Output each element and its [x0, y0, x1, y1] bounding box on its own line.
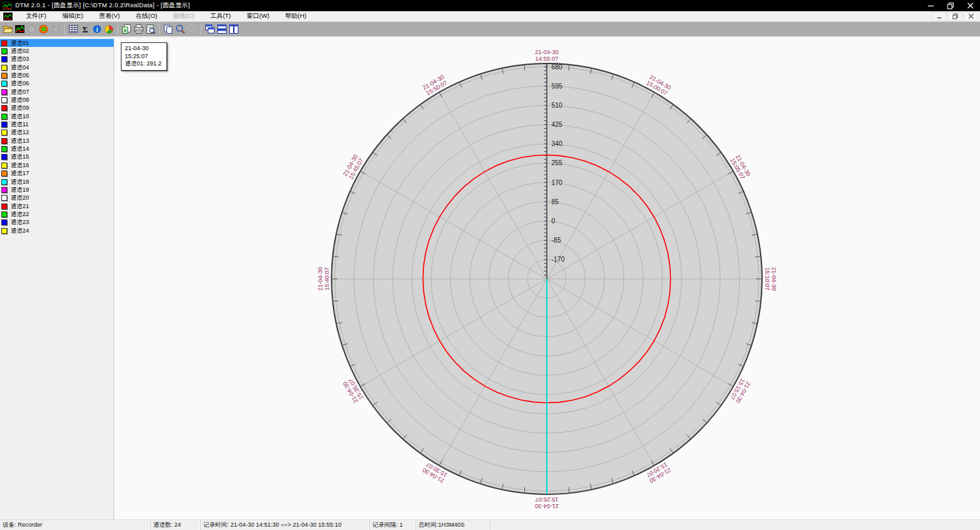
svg-text:-85: -85	[551, 237, 561, 244]
svg-text:X: X	[123, 28, 127, 34]
svg-text:255: 255	[551, 159, 563, 167]
channel-color-swatch	[1, 170, 7, 176]
channel-label: 通道09	[11, 104, 29, 112]
channel-item[interactable]: 通道16	[0, 161, 114, 169]
toolbar-separator	[159, 23, 160, 35]
print-preview-icon[interactable]	[145, 23, 157, 35]
menu-item[interactable]: 查看(V)	[91, 11, 128, 21]
data-table-icon[interactable]	[67, 23, 79, 35]
menu-item[interactable]: 帮助(H)	[277, 11, 314, 21]
cascade-windows-icon[interactable]	[204, 23, 216, 35]
statistics-sigma-icon[interactable]: Σ	[79, 23, 91, 35]
channel-color-swatch	[1, 195, 7, 201]
mdi-minimize-button[interactable]	[932, 12, 946, 21]
zoom-in-icon[interactable]	[174, 23, 186, 35]
export-excel-icon[interactable]: X	[121, 23, 133, 35]
polar-chart[interactable]: 680595510425340255170850-85-17021-04-301…	[114, 38, 980, 519]
status-section-empty	[490, 520, 980, 530]
main-content: 通道01通道02通道03通道04通道05通道06通道07通道08通道09通道10…	[0, 38, 980, 519]
channel-label: 通道18	[11, 178, 29, 186]
channel-item[interactable]: 通道21	[0, 202, 114, 210]
channel-item[interactable]: 通道01	[0, 39, 114, 47]
channel-color-swatch	[1, 56, 7, 62]
channel-color-swatch	[1, 65, 7, 71]
channel-label: 通道14	[11, 145, 29, 153]
channel-item[interactable]: 通道12	[0, 129, 114, 137]
channel-item[interactable]: 通道07	[0, 88, 114, 96]
channel-item[interactable]: 通道10	[0, 112, 114, 120]
channel-label: 通道23	[11, 218, 29, 227]
pie-chart-icon[interactable]	[103, 23, 115, 35]
channel-color-swatch	[1, 73, 7, 79]
menu-item[interactable]: 文件(F)	[18, 11, 54, 21]
channel-item[interactable]: 通道02	[0, 47, 114, 55]
channel-color-swatch	[1, 114, 7, 120]
menu-item[interactable]: 工具(T)	[202, 11, 238, 21]
channel-label: 通道19	[11, 186, 29, 194]
channel-label: 通道02	[11, 47, 29, 56]
channel-item[interactable]: 通道04	[0, 63, 114, 71]
channel-label: 通道04	[11, 63, 29, 72]
channel-color-swatch	[1, 228, 7, 234]
trend-view-icon[interactable]	[14, 23, 26, 35]
window-title: DTM 2.0.1 - [圆盘显示] [C:\DTM 2.0.2\RealDat…	[15, 1, 190, 10]
channel-item[interactable]: 通道03	[0, 56, 114, 63]
menu-item: 曲线(C)	[165, 11, 202, 21]
channel-item[interactable]: 通道11	[0, 120, 114, 128]
data-tooltip: 21-04-30 15:25:07 通道01: 291.2	[121, 42, 167, 71]
channel-label: 通道10	[11, 112, 29, 121]
svg-text:14:55:07: 14:55:07	[535, 56, 558, 62]
window-controls	[921, 0, 980, 11]
status-section: 通道数: 24	[151, 520, 201, 530]
channel-item[interactable]: 通道20	[0, 194, 114, 202]
channel-item[interactable]: 通道18	[0, 178, 114, 186]
channel-item[interactable]: 通道24	[0, 227, 114, 235]
mdi-close-button[interactable]	[963, 12, 978, 21]
svg-text:425: 425	[551, 121, 563, 128]
svg-text:21-04-30: 21-04-30	[535, 503, 559, 510]
channel-item[interactable]: 通道23	[0, 219, 114, 227]
copy-icon[interactable]	[162, 23, 174, 35]
channel-item[interactable]: 通道14	[0, 145, 114, 153]
channel-label: 通道22	[11, 210, 29, 219]
tile-horizontal-icon[interactable]	[216, 23, 228, 35]
tile-vertical-icon[interactable]	[228, 23, 240, 35]
channel-item[interactable]: 通道22	[0, 210, 114, 218]
channel-item[interactable]: 通道19	[0, 186, 114, 194]
channel-item[interactable]: 通道17	[0, 170, 114, 178]
channel-color-swatch	[1, 81, 7, 87]
channel-item[interactable]: 通道06	[0, 80, 114, 88]
svg-text:Σ: Σ	[83, 24, 88, 34]
channel-item[interactable]: 通道05	[0, 71, 114, 79]
svg-text:595: 595	[551, 83, 563, 90]
record-active-icon[interactable]	[38, 23, 50, 35]
channel-item[interactable]: 通道08	[0, 96, 114, 104]
close-button[interactable]	[960, 0, 980, 11]
stop-idle-icon	[50, 23, 61, 35]
open-file-icon[interactable]	[2, 23, 14, 35]
menu-item[interactable]: 编辑(E)	[54, 11, 91, 21]
document-icon	[3, 13, 13, 20]
channel-label: 通道20	[11, 194, 29, 202]
menubar: 文件(F)编辑(E)查看(V)在线(O)曲线(C)工具(T)窗口(W)帮助(H)	[0, 11, 980, 22]
menu-item[interactable]: 在线(O)	[127, 11, 165, 21]
record-idle-icon	[26, 23, 38, 35]
restore-button[interactable]	[940, 0, 960, 11]
tooltip-date: 21-04-30	[125, 45, 162, 53]
mdi-restore-button[interactable]	[948, 12, 962, 21]
svg-text:340: 340	[551, 140, 563, 147]
minimize-button[interactable]	[921, 0, 940, 11]
channel-item[interactable]: 通道13	[0, 137, 114, 145]
channel-item[interactable]: 通道15	[0, 153, 114, 161]
svg-text:510: 510	[551, 102, 563, 109]
svg-text:85: 85	[551, 198, 559, 206]
app-icon	[3, 2, 12, 10]
channel-label: 通道03	[11, 55, 29, 63]
mdi-window-controls	[930, 12, 978, 21]
print-icon[interactable]	[133, 23, 145, 35]
channel-color-swatch	[1, 97, 7, 103]
menu-item[interactable]: 窗口(W)	[239, 11, 277, 21]
channel-label: 通道11	[11, 120, 28, 129]
info-icon[interactable]: i	[91, 23, 103, 35]
channel-item[interactable]: 通道09	[0, 104, 114, 112]
